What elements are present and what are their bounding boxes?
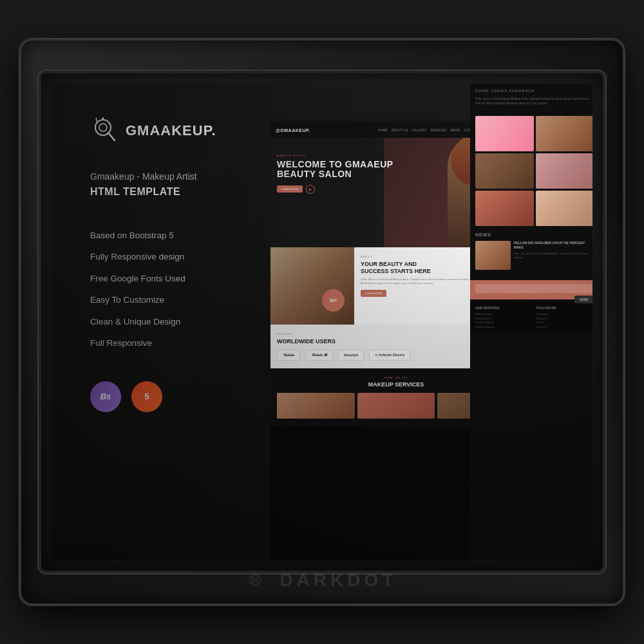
mock-logo-2: 𝒞𝒶𝓁𝒶𝒷𝒶 ✿ xyxy=(305,350,333,361)
mock-hero-title: WELCOME TO GMAAEUP BEAUTY SALON xyxy=(277,160,393,180)
side-photo-1 xyxy=(475,116,534,151)
side-photo-4 xyxy=(536,153,593,189)
side-footer-col2-title: FOLLOW ME xyxy=(536,306,592,310)
side-footer-col1: OUR SERVICES Bridal MakeupParty MakeupFa… xyxy=(475,306,533,329)
side-photo-grid xyxy=(470,113,592,229)
mock-nav-about: ABOUT US xyxy=(392,128,408,132)
side-news-text-1: PELLUM DIO SHOLIBER VOCAT DE PERCENT MAK… xyxy=(514,241,592,270)
bootstrap-badge: Bs xyxy=(90,381,121,412)
side-feedback-text: Helo, she is a Professional Makeup Artis… xyxy=(475,97,592,106)
bottom-brand: ⊗ DARKDOT xyxy=(247,569,397,591)
side-footer-cols: OUR SERVICES Bridal MakeupParty MakeupFa… xyxy=(475,306,592,329)
mock-logo-1: 𝒞𝒶𝓁𝒶𝒷𝒶 xyxy=(277,350,300,361)
mock-about-image xyxy=(270,247,354,325)
features-list: Based on Bootstrap 5 Fully Responsive de… xyxy=(90,230,245,349)
mock-hero-title-line1: WELCOME TO GMAAEUP xyxy=(277,159,393,169)
side-news-meta-1: Helo, she is Professional Makeup Artist.… xyxy=(514,252,592,260)
screen-content: GMAAKEUP. Gmaakeup - Makeup Artist HTML … xyxy=(52,84,592,560)
mock-hero-label: MAKEUP ARTIST xyxy=(277,154,393,157)
feature-fonts: Free Google Fonts Used xyxy=(90,273,245,285)
feature-bootstrap: Based on Bootstrap 5 xyxy=(90,230,245,242)
mock-service-img-2 xyxy=(357,393,435,419)
logo-text: GMAAKEUP. xyxy=(126,122,216,139)
product-type: HTML TEMPLATE xyxy=(90,186,245,198)
side-contact-input[interactable] xyxy=(475,284,592,293)
product-subtitle: Gmaakeup - Makeup Artist HTML TEMPLATE xyxy=(90,171,245,198)
logo-area: GMAAKEUP. xyxy=(90,116,245,145)
html5-badge: 5 xyxy=(131,381,162,412)
mock-nav-home: HOME xyxy=(378,128,388,132)
feature-full-responsive: Full Responsive xyxy=(90,337,245,349)
monitor-outer: GMAAKEUP. Gmaakeup - Makeup Artist HTML … xyxy=(19,39,625,605)
side-news-img-1 xyxy=(475,241,511,270)
side-footer-col1-title: OUR SERVICES xyxy=(475,306,533,310)
brand-name: DARKDOT xyxy=(279,570,397,590)
side-footer-col1-items: Bridal MakeupParty MakeupFashion MakeupE… xyxy=(475,312,533,329)
monitor-inner: GMAAKEUP. Gmaakeup - Makeup Artist HTML … xyxy=(39,71,605,573)
mock-nav-news: NEWS xyxy=(450,128,460,132)
side-footer: OUR SERVICES Bridal MakeupParty MakeupFa… xyxy=(470,302,592,333)
brand-icon: ⊗ xyxy=(247,569,266,591)
side-photo-6 xyxy=(536,191,593,226)
mock-about-cta[interactable]: LEARN MORE xyxy=(361,290,386,297)
side-news-item-1: PELLUM DIO SHOLIBER VOCAT DE PERCENT MAK… xyxy=(475,241,592,270)
left-panel: GMAAKEUP. Gmaakeup - Makeup Artist HTML … xyxy=(52,84,270,560)
mock-hero-cta-btn[interactable]: LEARN MORE xyxy=(277,185,303,193)
side-feedback: SOME USERS FEEDBACK Helo, she is a Profe… xyxy=(470,84,592,113)
side-contact-btn[interactable]: SEND xyxy=(574,296,592,303)
mock-logo: @GMAAKEUP. xyxy=(276,128,310,133)
mock-hero-cta: LEARN MORE ▶ xyxy=(277,185,393,194)
side-footer-col2: FOLLOW ME FacebookInstagramTwitterYouTub… xyxy=(536,306,592,329)
mock-nav-gallery: GALLERY xyxy=(412,128,426,132)
side-photo-3 xyxy=(475,153,534,189)
side-news-headline-1: PELLUM DIO SHOLIBER VOCAT DE PERCENT MAK… xyxy=(514,241,592,250)
mock-about-title-line1: YOUR BEAUTY AND xyxy=(361,261,417,267)
side-footer-col2-items: FacebookInstagramTwitterYouTube xyxy=(536,312,592,329)
mock-nav-services: SERVICES xyxy=(430,128,446,132)
side-contact-section: SEND xyxy=(470,280,592,299)
mock-hero-title-line2: BEAUTY SALON xyxy=(277,169,352,179)
feature-responsive: Fully Responsive design xyxy=(90,251,245,263)
side-photo-2 xyxy=(536,116,593,151)
mock-about-title-line2: SUCCESS STARTS HERE xyxy=(361,268,431,274)
side-panel: SOME USERS FEEDBACK Helo, she is a Profe… xyxy=(470,84,592,560)
product-name: Gmaakeup - Makeup Artist xyxy=(90,171,245,184)
tech-badges: Bs 5 xyxy=(90,381,245,412)
mock-play-btn[interactable]: ▶ xyxy=(306,185,315,194)
feature-clean: Clean & Unique Design xyxy=(90,316,245,328)
side-news-section: NEWS PELLUM DIO SHOLIBER VOCAT DE PERCEN… xyxy=(470,229,592,278)
mock-logo-4: ∞ Infinite Desire xyxy=(369,350,410,361)
svg-point-1 xyxy=(99,124,107,131)
gmaakeup-logo-icon xyxy=(90,116,119,145)
side-photo-5 xyxy=(475,191,534,226)
feature-customize: Easy To Customize xyxy=(90,294,245,306)
mock-logo-3: beautye xyxy=(338,350,365,361)
right-panel: @GMAAKEUP. HOME ABOUT US GALLERY SERVICE… xyxy=(270,84,592,560)
mock-hero-text: MAKEUP ARTIST WELCOME TO GMAAEUP BEAUTY … xyxy=(277,154,393,194)
side-feedback-title: SOME USERS FEEDBACK xyxy=(475,89,592,93)
side-news-title: NEWS xyxy=(475,232,592,237)
mock-service-img-1 xyxy=(277,393,355,419)
